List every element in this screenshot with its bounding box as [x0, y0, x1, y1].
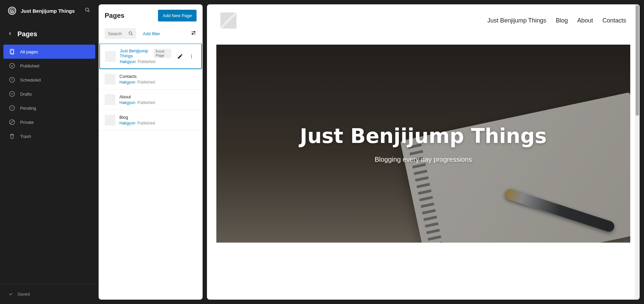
nav-item-pending[interactable]: Pending [3, 101, 95, 115]
scrollbar[interactable] [635, 4, 640, 300]
search-input[interactable] [107, 29, 128, 38]
check-circle-icon [9, 62, 15, 69]
page-status: Published [138, 59, 155, 64]
draft-icon [9, 91, 15, 97]
svg-point-20 [191, 57, 192, 58]
svg-point-19 [191, 56, 192, 56]
preview-site-nav: Just Benjijump Things Blog About Contact… [207, 4, 640, 37]
page-author: Hakgyun [119, 80, 135, 85]
svg-line-11 [10, 120, 14, 124]
page-thumbnail [105, 74, 115, 85]
nav-item-label: Drafts [20, 92, 32, 97]
check-icon [8, 291, 13, 297]
page-list: Just Benjijump Things Front Page Hakgyun… [99, 44, 203, 300]
page-author: Hakgyun [119, 100, 135, 105]
add-filter-link[interactable]: Add filter [143, 31, 160, 36]
preview-nav-menu: Just Benjijump Things Blog About Contact… [487, 17, 626, 24]
search-icon[interactable] [85, 7, 91, 14]
svg-point-0 [86, 8, 89, 11]
search-box[interactable] [105, 28, 136, 39]
svg-point-15 [194, 32, 195, 33]
saved-status: Saved [17, 292, 30, 297]
edit-icon[interactable] [175, 52, 185, 61]
site-logo-placeholder[interactable] [220, 12, 236, 29]
nav-item-label: Scheduled [20, 78, 41, 83]
svg-point-17 [192, 34, 193, 35]
page-preview[interactable]: Just Benjijump Things Blog About Contact… [207, 4, 640, 300]
sidebar-header: Just Benjijump Things [0, 0, 99, 21]
page-title: Just Benjijump Things [120, 48, 152, 58]
pages-panel-header: Pages Add New Page [99, 4, 203, 27]
add-new-page-button[interactable]: Add New Page [158, 10, 197, 21]
nav-item-label: Trash [20, 134, 31, 139]
scrollbar-thumb[interactable] [636, 5, 639, 116]
hero-section[interactable]: Just Benjijump Things Blogging every day… [216, 45, 630, 243]
page-info: Just Benjijump Things Front Page Hakgyun… [120, 48, 171, 64]
wordpress-logo-icon[interactable] [8, 7, 16, 15]
svg-point-12 [129, 32, 132, 35]
svg-line-13 [131, 34, 132, 35]
nav-item-published[interactable]: Published [3, 59, 95, 73]
nav-item-label: All pages [20, 49, 38, 54]
pages-panel: Pages Add New Page Add filter Just Benji… [99, 4, 203, 300]
nav-item-drafts[interactable]: Drafts [3, 87, 95, 101]
trash-icon [9, 133, 15, 140]
nav-item-private[interactable]: Private [3, 115, 95, 129]
pages-icon [9, 48, 15, 55]
svg-point-9 [12, 108, 12, 108]
page-title: Contacts [119, 74, 137, 79]
nav-link[interactable]: Blog [556, 17, 568, 24]
sidebar-nav: Pages All pages Published Scheduled Draf… [0, 21, 99, 143]
page-item[interactable]: Contacts HakgyunPublished [99, 69, 203, 90]
nav-link[interactable]: Contacts [602, 17, 626, 24]
svg-line-1 [88, 11, 90, 12]
site-title[interactable]: Just Benjijump Things [21, 8, 80, 14]
page-thumbnail [105, 94, 115, 105]
page-thumbnail [105, 51, 116, 62]
svg-point-4 [10, 63, 15, 68]
nav-item-label: Published [20, 63, 39, 68]
admin-sidebar: Just Benjijump Things Pages All pages Pu… [0, 0, 99, 304]
nav-item-trash[interactable]: Trash [3, 129, 95, 143]
page-thumbnail [105, 115, 115, 125]
more-options-icon[interactable] [187, 52, 196, 61]
page-item[interactable]: Blog HakgyunPublished [99, 110, 203, 131]
not-allowed-icon [9, 119, 15, 125]
page-info: About HakgyunPublished [119, 94, 197, 105]
page-title: About [119, 94, 131, 99]
nav-item-label: Pending [20, 106, 36, 111]
clock-icon [9, 77, 15, 83]
hero-title[interactable]: Just Benjijump Things [300, 124, 547, 148]
view-options-icon[interactable] [191, 30, 197, 37]
page-author: Hakgyun [120, 59, 136, 64]
nav-link[interactable]: Just Benjijump Things [487, 17, 546, 24]
search-icon [128, 31, 133, 36]
pages-filters: Add filter [99, 27, 203, 44]
page-author: Hakgyun [119, 121, 135, 125]
page-item[interactable]: Just Benjijump Things Front Page Hakgyun… [99, 44, 202, 69]
sidebar-footer: Saved [0, 284, 99, 304]
page-status: Published [137, 100, 155, 105]
page-title: Blog [119, 115, 128, 120]
nav-item-label: Private [20, 120, 34, 125]
nav-link[interactable]: About [577, 17, 593, 24]
page-status: Published [137, 80, 155, 85]
back-icon[interactable] [7, 31, 13, 38]
page-item[interactable]: About HakgyunPublished [99, 90, 203, 110]
front-page-badge: Front Page [154, 49, 171, 58]
page-actions [175, 52, 196, 61]
nav-header: Pages [3, 25, 95, 45]
nav-item-all-pages[interactable]: All pages [3, 45, 95, 59]
nav-item-scheduled[interactable]: Scheduled [3, 73, 95, 87]
page-status: Published [137, 121, 155, 125]
page-info: Blog HakgyunPublished [119, 115, 197, 125]
svg-point-18 [191, 54, 192, 55]
pending-icon [9, 105, 15, 111]
hero-subtitle[interactable]: Blogging every day progressions [375, 156, 472, 163]
pages-panel-title: Pages [105, 12, 124, 19]
nav-title: Pages [17, 30, 37, 38]
page-info: Contacts HakgyunPublished [119, 74, 197, 85]
